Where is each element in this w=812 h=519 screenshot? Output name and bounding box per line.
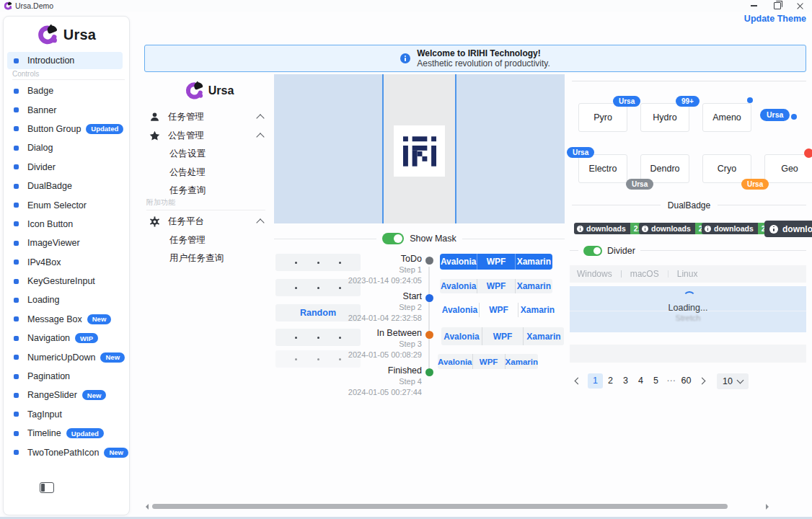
section-divider [12, 79, 125, 80]
sidebar-collapse-button[interactable] [40, 482, 54, 493]
sidebar-item[interactable]: Button Group Updated [4, 120, 129, 138]
page-button[interactable]: 3 [618, 373, 633, 389]
sidebar-item[interactable]: Badge [4, 81, 129, 100]
group-button[interactable]: WPF [479, 303, 518, 317]
group-button[interactable]: WPF [477, 254, 514, 270]
page-prev-button[interactable] [572, 373, 583, 389]
menu-group-task-management[interactable]: 任务管理 [144, 108, 274, 125]
ursa-logo-icon [185, 81, 204, 100]
sidebar-item-label: Loading [27, 295, 60, 305]
sidebar-item[interactable]: Message Box New [4, 310, 129, 329]
button-group-compact: Avalonia WPF Xamarin [438, 354, 538, 369]
group-button[interactable]: Xamarin [518, 303, 557, 317]
page-next-button[interactable] [696, 373, 707, 389]
status-badge: WIP [75, 333, 98, 343]
sidebar-item-label: IPv4Box [27, 257, 61, 267]
sidebar-item[interactable]: NumericUpDown New [4, 347, 129, 366]
sidebar-item[interactable]: Dialog [4, 138, 129, 157]
scroll-right-arrow[interactable] [766, 504, 769, 510]
sidebar-item[interactable]: DualBadge [4, 177, 129, 195]
chevron-down-icon [737, 376, 744, 383]
menu-item[interactable]: 用户任务查询 [169, 249, 224, 267]
sidebar-item[interactable]: Loading [4, 290, 129, 309]
timeline-entry: In Between Step 3 2024-01-05 00:08:29 [317, 328, 422, 360]
bullet-icon [14, 450, 19, 455]
ursa-badge-gray: Ursa [626, 179, 653, 190]
bullet-icon [14, 89, 19, 94]
bullet-icon [14, 374, 19, 379]
page-button[interactable]: 4 [633, 373, 648, 389]
image-viewer[interactable] [274, 74, 565, 223]
group-button[interactable]: WPF [482, 327, 523, 345]
group-button[interactable]: Avalonia [438, 354, 472, 369]
ursa-logo-icon [37, 24, 58, 45]
status-badge: Updated [86, 124, 123, 134]
sidebar-item[interactable]: RangeSlider New [4, 386, 129, 404]
page-size-select[interactable]: 10 [717, 373, 749, 389]
page-button[interactable]: 60 [679, 373, 694, 389]
pagination: 1 2 3 4 5 ⋯ 60 10 [572, 373, 749, 389]
group-button[interactable]: WPF [477, 279, 514, 293]
show-mask-toggle[interactable] [382, 233, 404, 244]
close-icon [796, 2, 803, 9]
page-ellipsis[interactable]: ⋯ [663, 373, 679, 389]
menu-item[interactable]: 任务查询 [169, 182, 206, 199]
dot-badge [791, 114, 797, 120]
sidebar-item-introduction[interactable]: Introduction [7, 52, 123, 69]
sidebar-controls-list: Badge Banner Button Group Updated [4, 81, 129, 462]
bullet-icon [14, 412, 19, 417]
group-button[interactable]: Xamarin [515, 254, 552, 270]
close-button[interactable] [789, 0, 811, 12]
group-button[interactable]: Avalonia [441, 303, 479, 317]
horizontal-scrollbar-thumb[interactable] [152, 504, 728, 509]
menu-item[interactable]: 公告设置 [169, 145, 206, 162]
menu-group-task-platform[interactable]: 任务平台 [144, 213, 274, 230]
minimize-button[interactable] [743, 0, 764, 12]
divider-toggle[interactable] [583, 246, 602, 256]
scroll-left-arrow[interactable] [146, 504, 149, 510]
menu-group-announcement[interactable]: 公告管理 [144, 127, 274, 144]
sidebar-item[interactable]: IPv4Box [4, 253, 129, 272]
sidebar-item[interactable]: Navigation WIP [4, 329, 129, 347]
app-window: Ursa.Demo Update Theme Ursa Introduction… [0, 0, 812, 519]
group-button[interactable]: Xamarin [515, 279, 552, 293]
chevron-up-icon [256, 114, 264, 122]
group-button[interactable]: WPF [472, 354, 505, 369]
button-group-solid: Avalonia WPF Xamarin [440, 254, 552, 270]
timeline-line [428, 267, 430, 372]
banner-subtitle: Aesthetic revolution of productivity. [417, 58, 550, 68]
sidebar-item-label: DualBadge [27, 181, 72, 191]
sidebar-item[interactable]: Enum Selector [4, 195, 129, 214]
group-button[interactable]: Avalonia [440, 279, 477, 293]
bullet-icon [14, 184, 19, 189]
sidebar-item-label: Banner [27, 105, 56, 115]
menu-item[interactable]: 任务管理 [169, 231, 206, 249]
page-button-current[interactable]: 1 [588, 373, 603, 389]
sidebar-item[interactable]: Timeline Updated [4, 424, 129, 443]
sidebar-item[interactable]: Divider [4, 158, 129, 177]
welcome-banner: Welcome to IRIHI Technology! Aesthetic r… [144, 45, 806, 72]
group-button[interactable]: Avalonia [441, 327, 482, 345]
bullet-icon [14, 393, 19, 398]
sidebar-item[interactable]: Banner [4, 100, 129, 119]
maximize-button[interactable] [767, 0, 788, 12]
sidebar-item[interactable]: TwoTonePathIcon New [4, 443, 129, 461]
page-button[interactable]: 5 [648, 373, 663, 389]
sidebar-item-label: TwoTonePathIcon [27, 448, 99, 458]
sidebar-item[interactable]: Icon Button [4, 215, 129, 234]
bullet-icon [14, 316, 19, 321]
sidebar-item-label: KeyGestureInput [27, 276, 95, 286]
group-button[interactable]: Xamarin [505, 354, 538, 369]
badge-card: Electro [578, 154, 627, 183]
sidebar-item[interactable]: KeyGestureInput [4, 272, 129, 290]
sidebar-item[interactable]: Pagination [4, 367, 129, 386]
menu-item[interactable]: 公告处理 [169, 164, 206, 181]
sidebar-item[interactable]: TagInput [4, 405, 129, 424]
person-icon [149, 112, 160, 123]
group-button[interactable]: Xamarin [523, 327, 564, 345]
sidebar-item-label: Message Box [27, 314, 82, 324]
page-button[interactable]: 2 [603, 373, 618, 389]
update-theme-button[interactable]: Update Theme [744, 14, 806, 24]
group-button[interactable]: Avalonia [440, 254, 477, 270]
sidebar-item[interactable]: ImageViewer [4, 234, 129, 252]
